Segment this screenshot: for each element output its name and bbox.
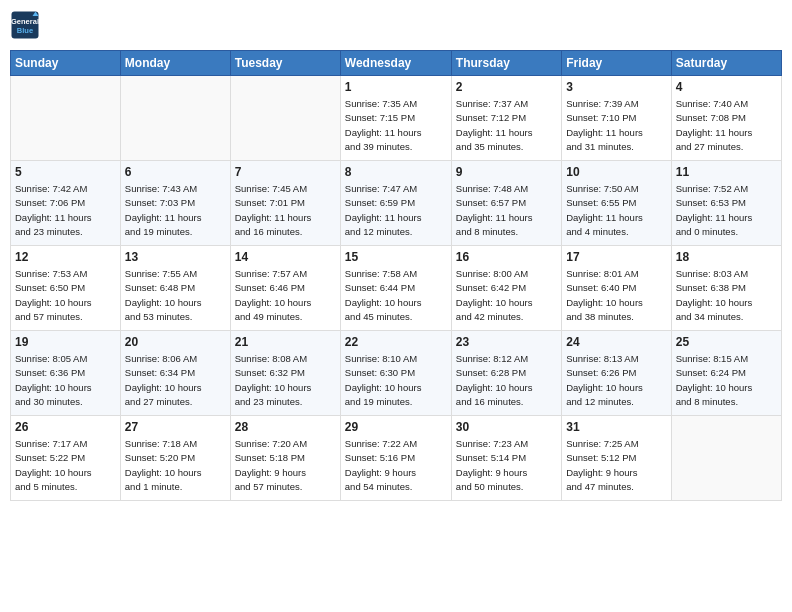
logo-icon: General Blue xyxy=(10,10,40,40)
day-number: 23 xyxy=(456,335,557,349)
day-number: 22 xyxy=(345,335,447,349)
week-row-1: 1Sunrise: 7:35 AM Sunset: 7:15 PM Daylig… xyxy=(11,76,782,161)
calendar-cell: 2Sunrise: 7:37 AM Sunset: 7:12 PM Daylig… xyxy=(451,76,561,161)
weekday-header-sunday: Sunday xyxy=(11,51,121,76)
calendar-cell: 27Sunrise: 7:18 AM Sunset: 5:20 PM Dayli… xyxy=(120,416,230,501)
day-info: Sunrise: 7:42 AM Sunset: 7:06 PM Dayligh… xyxy=(15,182,116,239)
day-number: 12 xyxy=(15,250,116,264)
day-info: Sunrise: 7:18 AM Sunset: 5:20 PM Dayligh… xyxy=(125,437,226,494)
day-info: Sunrise: 7:43 AM Sunset: 7:03 PM Dayligh… xyxy=(125,182,226,239)
day-number: 30 xyxy=(456,420,557,434)
calendar-cell: 1Sunrise: 7:35 AM Sunset: 7:15 PM Daylig… xyxy=(340,76,451,161)
day-info: Sunrise: 8:13 AM Sunset: 6:26 PM Dayligh… xyxy=(566,352,666,409)
calendar-cell: 22Sunrise: 8:10 AM Sunset: 6:30 PM Dayli… xyxy=(340,331,451,416)
day-number: 16 xyxy=(456,250,557,264)
day-info: Sunrise: 8:01 AM Sunset: 6:40 PM Dayligh… xyxy=(566,267,666,324)
svg-text:Blue: Blue xyxy=(17,26,33,35)
weekday-header-monday: Monday xyxy=(120,51,230,76)
day-info: Sunrise: 7:22 AM Sunset: 5:16 PM Dayligh… xyxy=(345,437,447,494)
day-info: Sunrise: 7:48 AM Sunset: 6:57 PM Dayligh… xyxy=(456,182,557,239)
week-row-2: 5Sunrise: 7:42 AM Sunset: 7:06 PM Daylig… xyxy=(11,161,782,246)
day-info: Sunrise: 7:40 AM Sunset: 7:08 PM Dayligh… xyxy=(676,97,777,154)
weekday-header-tuesday: Tuesday xyxy=(230,51,340,76)
calendar-cell: 10Sunrise: 7:50 AM Sunset: 6:55 PM Dayli… xyxy=(562,161,671,246)
calendar-cell: 25Sunrise: 8:15 AM Sunset: 6:24 PM Dayli… xyxy=(671,331,781,416)
calendar-cell: 19Sunrise: 8:05 AM Sunset: 6:36 PM Dayli… xyxy=(11,331,121,416)
day-info: Sunrise: 7:57 AM Sunset: 6:46 PM Dayligh… xyxy=(235,267,336,324)
calendar-cell: 21Sunrise: 8:08 AM Sunset: 6:32 PM Dayli… xyxy=(230,331,340,416)
day-number: 6 xyxy=(125,165,226,179)
weekday-header-saturday: Saturday xyxy=(671,51,781,76)
calendar-cell xyxy=(671,416,781,501)
day-number: 7 xyxy=(235,165,336,179)
day-info: Sunrise: 7:47 AM Sunset: 6:59 PM Dayligh… xyxy=(345,182,447,239)
calendar-cell: 28Sunrise: 7:20 AM Sunset: 5:18 PM Dayli… xyxy=(230,416,340,501)
weekday-header-wednesday: Wednesday xyxy=(340,51,451,76)
day-info: Sunrise: 8:12 AM Sunset: 6:28 PM Dayligh… xyxy=(456,352,557,409)
calendar-cell: 29Sunrise: 7:22 AM Sunset: 5:16 PM Dayli… xyxy=(340,416,451,501)
day-info: Sunrise: 7:35 AM Sunset: 7:15 PM Dayligh… xyxy=(345,97,447,154)
day-number: 8 xyxy=(345,165,447,179)
day-info: Sunrise: 8:10 AM Sunset: 6:30 PM Dayligh… xyxy=(345,352,447,409)
day-number: 1 xyxy=(345,80,447,94)
weekday-header-row: SundayMondayTuesdayWednesdayThursdayFrid… xyxy=(11,51,782,76)
day-info: Sunrise: 7:45 AM Sunset: 7:01 PM Dayligh… xyxy=(235,182,336,239)
calendar-cell xyxy=(11,76,121,161)
day-info: Sunrise: 7:52 AM Sunset: 6:53 PM Dayligh… xyxy=(676,182,777,239)
day-info: Sunrise: 8:08 AM Sunset: 6:32 PM Dayligh… xyxy=(235,352,336,409)
day-number: 15 xyxy=(345,250,447,264)
day-number: 10 xyxy=(566,165,666,179)
day-number: 3 xyxy=(566,80,666,94)
day-number: 21 xyxy=(235,335,336,349)
calendar-cell: 12Sunrise: 7:53 AM Sunset: 6:50 PM Dayli… xyxy=(11,246,121,331)
day-number: 17 xyxy=(566,250,666,264)
calendar-cell: 3Sunrise: 7:39 AM Sunset: 7:10 PM Daylig… xyxy=(562,76,671,161)
day-number: 9 xyxy=(456,165,557,179)
calendar-cell: 13Sunrise: 7:55 AM Sunset: 6:48 PM Dayli… xyxy=(120,246,230,331)
day-info: Sunrise: 7:58 AM Sunset: 6:44 PM Dayligh… xyxy=(345,267,447,324)
week-row-4: 19Sunrise: 8:05 AM Sunset: 6:36 PM Dayli… xyxy=(11,331,782,416)
calendar-cell: 5Sunrise: 7:42 AM Sunset: 7:06 PM Daylig… xyxy=(11,161,121,246)
day-info: Sunrise: 8:15 AM Sunset: 6:24 PM Dayligh… xyxy=(676,352,777,409)
day-number: 4 xyxy=(676,80,777,94)
logo: General Blue xyxy=(10,10,40,40)
weekday-header-friday: Friday xyxy=(562,51,671,76)
day-info: Sunrise: 7:50 AM Sunset: 6:55 PM Dayligh… xyxy=(566,182,666,239)
day-info: Sunrise: 8:05 AM Sunset: 6:36 PM Dayligh… xyxy=(15,352,116,409)
day-number: 29 xyxy=(345,420,447,434)
calendar-cell: 14Sunrise: 7:57 AM Sunset: 6:46 PM Dayli… xyxy=(230,246,340,331)
day-number: 5 xyxy=(15,165,116,179)
calendar-cell: 24Sunrise: 8:13 AM Sunset: 6:26 PM Dayli… xyxy=(562,331,671,416)
day-info: Sunrise: 7:37 AM Sunset: 7:12 PM Dayligh… xyxy=(456,97,557,154)
calendar-cell: 6Sunrise: 7:43 AM Sunset: 7:03 PM Daylig… xyxy=(120,161,230,246)
day-info: Sunrise: 8:03 AM Sunset: 6:38 PM Dayligh… xyxy=(676,267,777,324)
calendar-cell: 30Sunrise: 7:23 AM Sunset: 5:14 PM Dayli… xyxy=(451,416,561,501)
day-number: 28 xyxy=(235,420,336,434)
calendar-cell xyxy=(230,76,340,161)
calendar-cell: 18Sunrise: 8:03 AM Sunset: 6:38 PM Dayli… xyxy=(671,246,781,331)
day-info: Sunrise: 7:53 AM Sunset: 6:50 PM Dayligh… xyxy=(15,267,116,324)
day-info: Sunrise: 8:00 AM Sunset: 6:42 PM Dayligh… xyxy=(456,267,557,324)
svg-text:General: General xyxy=(11,17,39,26)
day-info: Sunrise: 7:17 AM Sunset: 5:22 PM Dayligh… xyxy=(15,437,116,494)
calendar-cell: 23Sunrise: 8:12 AM Sunset: 6:28 PM Dayli… xyxy=(451,331,561,416)
calendar-table: SundayMondayTuesdayWednesdayThursdayFrid… xyxy=(10,50,782,501)
page-header: General Blue xyxy=(10,10,782,40)
calendar-body: 1Sunrise: 7:35 AM Sunset: 7:15 PM Daylig… xyxy=(11,76,782,501)
calendar-cell: 15Sunrise: 7:58 AM Sunset: 6:44 PM Dayli… xyxy=(340,246,451,331)
calendar-cell: 16Sunrise: 8:00 AM Sunset: 6:42 PM Dayli… xyxy=(451,246,561,331)
calendar-cell: 9Sunrise: 7:48 AM Sunset: 6:57 PM Daylig… xyxy=(451,161,561,246)
day-number: 31 xyxy=(566,420,666,434)
week-row-3: 12Sunrise: 7:53 AM Sunset: 6:50 PM Dayli… xyxy=(11,246,782,331)
calendar-cell: 8Sunrise: 7:47 AM Sunset: 6:59 PM Daylig… xyxy=(340,161,451,246)
day-info: Sunrise: 7:25 AM Sunset: 5:12 PM Dayligh… xyxy=(566,437,666,494)
day-number: 25 xyxy=(676,335,777,349)
day-number: 13 xyxy=(125,250,226,264)
day-number: 26 xyxy=(15,420,116,434)
day-info: Sunrise: 7:55 AM Sunset: 6:48 PM Dayligh… xyxy=(125,267,226,324)
day-number: 27 xyxy=(125,420,226,434)
calendar-cell: 4Sunrise: 7:40 AM Sunset: 7:08 PM Daylig… xyxy=(671,76,781,161)
calendar-cell: 11Sunrise: 7:52 AM Sunset: 6:53 PM Dayli… xyxy=(671,161,781,246)
calendar-cell: 20Sunrise: 8:06 AM Sunset: 6:34 PM Dayli… xyxy=(120,331,230,416)
day-info: Sunrise: 8:06 AM Sunset: 6:34 PM Dayligh… xyxy=(125,352,226,409)
